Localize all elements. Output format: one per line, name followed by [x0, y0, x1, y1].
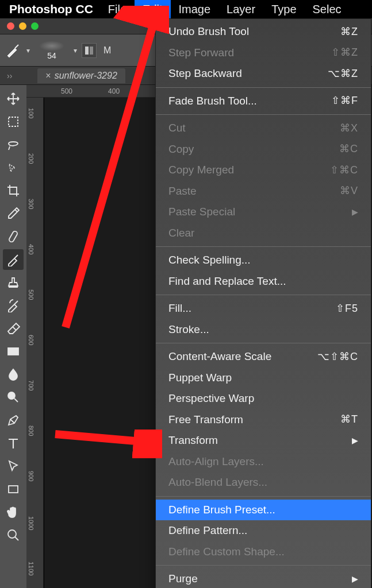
menu-item-shortcut: ⇧⌘Z	[331, 45, 358, 60]
menu-item-content-aware-scale[interactable]: Content-Aware Scale⌥⇧⌘C	[156, 346, 371, 368]
menu-separator	[156, 246, 371, 247]
menu-item-label: Define Custom Shape...	[168, 544, 285, 560]
menu-item-label: Fill...	[168, 300, 191, 317]
menu-item-perspective-warp[interactable]: Perspective Warp	[156, 388, 371, 409]
marquee-tool[interactable]	[3, 111, 24, 132]
zoom-window-button[interactable]	[31, 22, 39, 30]
menu-edit[interactable]: Edit	[135, 0, 170, 19]
gradient-tool[interactable]	[3, 341, 24, 362]
menu-item-shortcut: ⇧F5	[336, 301, 358, 316]
current-tool-brush-icon[interactable]	[5, 42, 22, 59]
menu-item-label: Copy Merged	[168, 162, 234, 179]
menu-item-shortcut: ⌘X	[340, 121, 358, 136]
menu-item-define-pattern[interactable]: Define Pattern...	[156, 520, 371, 541]
svg-point-7	[8, 530, 16, 538]
menu-separator	[156, 565, 371, 566]
eyedropper-tool[interactable]	[3, 203, 24, 224]
menu-item-label: Paste Special	[168, 204, 235, 220]
panel-expander-icon[interactable]: ››	[5, 71, 14, 80]
vertical-ruler[interactable]: 500 400 10020030040050060070080090010001…	[26, 85, 44, 588]
menu-select[interactable]: Selec	[305, 0, 350, 19]
menu-separator	[156, 343, 371, 343]
menu-image[interactable]: Image	[171, 0, 219, 19]
svg-rect-1	[90, 47, 93, 55]
menu-item-fade-brush-tool[interactable]: Fade Brush Tool...⇧⌘F	[156, 91, 371, 112]
crop-tool[interactable]	[3, 180, 24, 201]
close-window-button[interactable]	[7, 22, 14, 30]
menu-separator	[156, 496, 371, 497]
tool-rail	[0, 85, 26, 588]
quick-select-tool[interactable]	[3, 157, 24, 178]
horizontal-ruler[interactable]: 500 400	[26, 85, 158, 98]
menu-item-label: Auto-Blend Layers...	[168, 474, 267, 491]
eraser-tool[interactable]	[3, 318, 24, 339]
menu-item-paste-special: Paste Special▶	[156, 202, 371, 223]
menu-item-step-backward[interactable]: Step Backward⌥⌘Z	[156, 63, 371, 84]
submenu-arrow-icon: ▶	[352, 206, 358, 218]
menu-file[interactable]: File	[100, 0, 135, 19]
menu-item-label: Clear	[168, 225, 194, 242]
lasso-tool[interactable]	[3, 134, 24, 155]
type-tool[interactable]	[3, 433, 24, 454]
menu-item-copy-merged: Copy Merged⇧⌘C	[156, 160, 371, 181]
menu-layer[interactable]: Layer	[218, 0, 263, 19]
menu-item-label: Stroke...	[168, 322, 209, 338]
tool-preset-dropdown-icon[interactable]: ▾	[26, 47, 30, 55]
menu-item-define-brush-preset[interactable]: Define Brush Preset...	[156, 500, 371, 521]
history-brush-tool[interactable]	[3, 295, 24, 316]
brush-stroke-preview-icon	[39, 41, 64, 51]
menu-item-fill[interactable]: Fill...⇧F5	[156, 298, 371, 319]
ruler-tick: 100	[28, 108, 34, 118]
menu-item-label: Paste	[168, 183, 197, 200]
brush-panel-toggle[interactable]	[82, 43, 97, 58]
hand-tool[interactable]	[3, 502, 24, 523]
ruler-tick: 1000	[28, 516, 34, 530]
submenu-arrow-icon: ▶	[352, 573, 358, 585]
ruler-tick: 500	[28, 289, 34, 300]
ruler-tick: 800	[28, 425, 34, 436]
menu-item-shortcut: ⇧⌘F	[331, 93, 358, 109]
brush-dropdown-icon[interactable]: ▾	[74, 47, 77, 55]
menu-item-puppet-warp[interactable]: Puppet Warp	[156, 368, 371, 389]
document-tab-title: sunflower-3292	[55, 71, 117, 81]
dodge-tool[interactable]	[3, 387, 24, 408]
menu-item-label: Check Spelling...	[168, 252, 251, 269]
document-tab[interactable]: × sunflower-3292	[37, 68, 125, 83]
menu-item-purge[interactable]: Purge▶	[156, 568, 371, 588]
minimize-window-button[interactable]	[19, 22, 26, 30]
blur-tool[interactable]	[3, 364, 24, 385]
rectangle-tool[interactable]	[3, 479, 24, 500]
brush-size-value: 54	[47, 51, 56, 60]
menu-item-shortcut: ⌘V	[340, 183, 358, 199]
menu-item-shortcut: ⌘T	[340, 412, 358, 427]
brush-preset-picker[interactable]: 54	[34, 40, 69, 61]
healing-brush-tool[interactable]	[3, 226, 24, 247]
menu-item-free-transform[interactable]: Free Transform⌘T	[156, 409, 371, 431]
menu-item-undo-brush-tool[interactable]: Undo Brush Tool⌘Z	[156, 21, 371, 42]
svg-point-5	[8, 392, 15, 399]
pen-tool[interactable]	[3, 410, 24, 431]
menu-item-shortcut: ⌘Z	[340, 24, 358, 40]
menu-item-shortcut: ⌘C	[339, 141, 358, 157]
close-tab-icon[interactable]: ×	[45, 71, 51, 81]
menu-item-stroke[interactable]: Stroke...	[156, 319, 371, 341]
menu-item-label: Transform	[168, 432, 218, 449]
menu-item-transform[interactable]: Transform▶	[156, 430, 371, 451]
path-select-tool[interactable]	[3, 456, 24, 477]
menu-item-paste: Paste⌘V	[156, 181, 371, 202]
ruler-tick: 200	[28, 153, 34, 164]
zoom-tool[interactable]	[3, 525, 24, 546]
menu-item-label: Undo Brush Tool	[168, 24, 249, 40]
submenu-arrow-icon: ▶	[352, 435, 358, 447]
menu-item-label: Define Brush Preset...	[168, 502, 275, 519]
brush-tool[interactable]	[3, 249, 24, 270]
svg-rect-0	[85, 47, 89, 55]
menu-item-clear: Clear	[156, 223, 371, 244]
menu-item-label: Puppet Warp	[168, 370, 232, 386]
move-tool[interactable]	[3, 88, 24, 109]
menu-type[interactable]: Type	[263, 0, 304, 19]
menu-item-find-and-replace-text[interactable]: Find and Replace Text...	[156, 271, 371, 292]
stamp-tool[interactable]	[3, 272, 24, 293]
edit-menu-dropdown: Undo Brush Tool⌘ZStep Forward⇧⌘ZStep Bac…	[155, 18, 371, 588]
menu-item-check-spelling[interactable]: Check Spelling...	[156, 250, 371, 271]
